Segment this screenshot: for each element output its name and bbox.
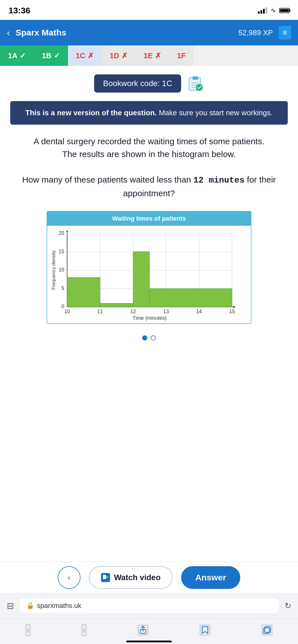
pagination xyxy=(10,335,288,340)
tabs-icon[interactable]: ⊟ xyxy=(7,601,14,611)
tab-1F[interactable]: 1F xyxy=(169,45,194,66)
svg-text:12: 12 xyxy=(130,309,136,314)
svg-marker-39 xyxy=(107,576,108,578)
svg-rect-38 xyxy=(103,575,106,579)
bookwork-row: Bookwork code: 1C xyxy=(10,74,288,93)
bottom-action-bar: ‹ Watch video Answer xyxy=(0,562,298,593)
svg-rect-33 xyxy=(100,303,133,307)
tab-1B[interactable]: 1B ✓ xyxy=(34,45,68,66)
svg-text:20: 20 xyxy=(59,230,64,236)
chart-title: Waiting times of patients xyxy=(47,212,251,226)
svg-rect-35 xyxy=(150,288,232,307)
nav-menu-button[interactable]: ≡ xyxy=(279,26,291,39)
tab-1B-check: ✓ xyxy=(54,51,60,60)
reload-button[interactable]: ↻ xyxy=(285,601,291,610)
xp-display: 52,989 XP xyxy=(238,28,273,37)
tab-1A[interactable]: 1A ✓ xyxy=(0,45,34,66)
url-text: sparxmaths.uk xyxy=(37,602,81,610)
wifi-icon: ∿ xyxy=(271,7,276,14)
status-time: 13:36 xyxy=(9,6,30,15)
svg-text:15: 15 xyxy=(229,309,235,314)
histogram-svg: 0 5 10 15 20 10 11 12 13 14 15 xyxy=(50,230,243,321)
version-banner-bold: This is a new version of the question. xyxy=(25,108,157,117)
svg-text:5: 5 xyxy=(61,285,64,291)
bookwork-check-icon xyxy=(187,75,204,92)
question-highlight: 12 minutes xyxy=(193,175,245,185)
ios-back-button[interactable]: ‹ xyxy=(26,624,30,636)
svg-text:Frequency density: Frequency density xyxy=(51,250,56,290)
status-bar: 13:36 ∿ xyxy=(0,0,298,20)
status-icons: ∿ xyxy=(258,7,289,14)
question-part2: The results are shown in the histogram b… xyxy=(10,148,288,160)
battery-icon xyxy=(279,8,289,13)
svg-text:10: 10 xyxy=(59,267,64,273)
nav-back-button[interactable]: ‹ xyxy=(7,28,10,38)
chart-container: Waiting times of patients xyxy=(47,211,251,324)
svg-text:10: 10 xyxy=(64,309,70,314)
ios-nav-bar: ‹ › xyxy=(0,618,298,644)
svg-text:14: 14 xyxy=(196,309,202,314)
version-banner: This is a new version of the question. M… xyxy=(10,101,288,125)
tab-1E[interactable]: 1E ✗ xyxy=(136,45,169,66)
version-banner-text: Make sure you start new workings. xyxy=(159,108,273,117)
home-indicator xyxy=(126,641,172,642)
tab-1A-check: ✓ xyxy=(20,51,26,60)
svg-marker-18 xyxy=(233,306,235,308)
ios-forward-button[interactable]: › xyxy=(82,624,86,636)
svg-rect-34 xyxy=(133,252,150,307)
lock-icon: 🔒 xyxy=(26,602,34,609)
tab-1C[interactable]: 1C ✗ xyxy=(68,45,102,66)
tab-1E-cross: ✗ xyxy=(155,51,161,60)
url-bar[interactable]: 🔒 sparxmaths.uk xyxy=(20,598,279,613)
svg-text:11: 11 xyxy=(97,309,103,314)
chart-body: 0 5 10 15 20 10 11 12 13 14 15 xyxy=(47,226,251,323)
ios-tabs-button[interactable] xyxy=(262,625,272,635)
question-part1: A dental surgery recorded the waiting ti… xyxy=(10,135,288,148)
svg-point-5 xyxy=(196,84,203,91)
dot-2 xyxy=(151,335,156,340)
task-tabs: 1A ✓ 1B ✓ 1C ✗ 1D ✗ 1E ✗ 1F xyxy=(0,45,298,66)
tab-1D[interactable]: 1D ✗ xyxy=(102,45,136,66)
ios-bookmarks-button[interactable] xyxy=(200,625,210,635)
watch-video-label: Watch video xyxy=(114,573,161,582)
signal-icon xyxy=(258,7,267,14)
browser-bar: ⊟ 🔒 sparxmaths.uk ↻ xyxy=(0,593,298,618)
svg-rect-1 xyxy=(193,76,198,80)
ios-share-button[interactable] xyxy=(138,625,148,635)
nav-title: Sparx Maths xyxy=(16,28,239,37)
question-text: A dental surgery recorded the waiting ti… xyxy=(10,135,288,200)
video-icon xyxy=(101,573,110,582)
svg-text:13: 13 xyxy=(163,309,169,314)
svg-marker-20 xyxy=(66,230,68,232)
dot-1 xyxy=(142,335,147,340)
watch-video-button[interactable]: Watch video xyxy=(89,566,173,589)
answer-button[interactable]: Answer xyxy=(181,566,240,589)
main-content: Bookwork code: 1C This is a new version … xyxy=(0,66,298,397)
question-part3: How many of these patients waited less t… xyxy=(10,173,288,200)
svg-text:0: 0 xyxy=(61,304,64,309)
back-button[interactable]: ‹ xyxy=(58,566,80,589)
nav-bar: ‹ Sparx Maths 52,989 XP ≡ xyxy=(0,20,298,45)
svg-rect-32 xyxy=(67,277,100,307)
tab-1D-cross: ✗ xyxy=(121,51,128,60)
tab-1C-cross: ✗ xyxy=(88,51,94,60)
svg-text:Time (minutes): Time (minutes) xyxy=(133,315,166,321)
svg-text:15: 15 xyxy=(59,249,64,254)
bookwork-badge: Bookwork code: 1C xyxy=(94,74,181,93)
